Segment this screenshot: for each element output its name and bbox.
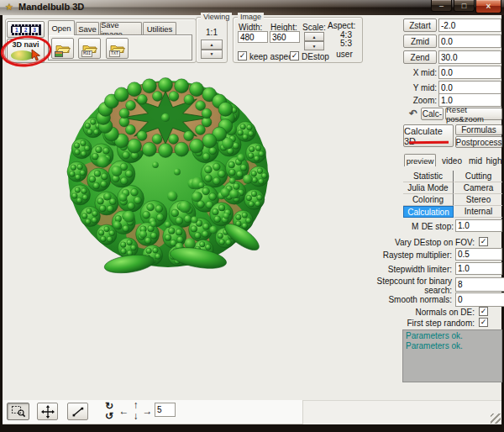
world-map-icon	[11, 50, 34, 61]
keep-aspect-checkbox[interactable]: ✓	[238, 51, 247, 61]
destop-checkbox[interactable]: ✓	[290, 51, 299, 61]
spin-up-icon[interactable]: ▲	[201, 40, 223, 50]
xmid-field[interactable]	[438, 66, 501, 79]
check-icon: ✓	[239, 52, 246, 60]
normals-on-de-checkbox[interactable]: ✓	[479, 307, 488, 316]
scale-spinner[interactable]: ▲ ▼	[304, 32, 324, 50]
open-text-button[interactable]: TXT	[106, 38, 129, 59]
check-icon: ✓	[480, 319, 487, 326]
stepwidth-field[interactable]	[455, 262, 502, 275]
stepwidth-field-wrap	[455, 262, 502, 275]
pan-left-icon[interactable]: ←	[118, 405, 129, 416]
tab-julia-mode[interactable]: Julia Mode	[403, 182, 454, 194]
minimize-button[interactable]: –	[431, 0, 452, 12]
calc-button[interactable]: Calc-	[421, 108, 444, 120]
spin-up-icon[interactable]: ▲	[304, 32, 324, 41]
tab-save-image[interactable]: Save image	[100, 22, 142, 35]
check-icon: ✓	[480, 308, 487, 315]
tab-video[interactable]: video	[439, 156, 465, 166]
tab-stereo[interactable]: Stereo	[454, 194, 502, 206]
smooth-normals-field[interactable]	[455, 292, 504, 307]
viewing-group: Viewing 1:1 ▲ ▼	[196, 17, 228, 63]
zend-field[interactable]	[438, 50, 501, 64]
tab-save[interactable]: Save	[76, 22, 99, 35]
stepcount-field[interactable]	[455, 277, 504, 292]
aspect-5-3[interactable]: 5:3	[333, 39, 360, 48]
film-frame-2: 2	[22, 27, 29, 33]
tab-internal[interactable]: Internal	[454, 206, 502, 218]
de-stop-field[interactable]	[455, 219, 502, 232]
pan-up-icon[interactable]: ↑	[130, 399, 141, 410]
first-step-random-checkbox[interactable]: ✓	[479, 318, 488, 327]
3d-navi-label: 3D navi	[12, 40, 39, 49]
tab-calculation[interactable]: Calculation	[403, 206, 454, 218]
status-line: Parameters ok.	[406, 341, 499, 351]
pan-down-icon[interactable]: ↓	[130, 410, 141, 421]
tab-high[interactable]: high	[486, 156, 502, 166]
tab-cutting[interactable]: Cutting	[454, 171, 502, 182]
height-field-wrap	[270, 31, 300, 43]
zend-button[interactable]: Zend	[403, 50, 437, 64]
zend-field-wrap	[438, 50, 501, 64]
rotate-ccw-icon[interactable]: ↺	[103, 410, 115, 421]
step-field[interactable]	[155, 403, 176, 417]
tab-preview[interactable]: preview	[404, 154, 436, 166]
zmid-button[interactable]: Zmid	[403, 34, 437, 48]
close-button[interactable]: ×	[475, 0, 501, 13]
film-frame-3: 3	[31, 27, 39, 33]
width-field[interactable]	[238, 31, 268, 43]
image-group-label: Image	[238, 13, 264, 21]
mandelbulb-fractal-image	[3, 64, 298, 285]
tab-stereo-label: Stereo	[466, 195, 491, 204]
ymid-label: Y mid:	[400, 83, 437, 92]
select-zoom-tool-button[interactable]	[7, 403, 29, 420]
open-parameter-file-button[interactable]	[51, 38, 74, 59]
spin-down-icon[interactable]: ▼	[304, 41, 324, 50]
tab-camera[interactable]: Camera	[454, 182, 502, 194]
aspect-user[interactable]: user	[331, 50, 358, 59]
open-m3i-button[interactable]: M3I	[78, 38, 101, 59]
normals-on-de-label: Normals on DE:	[382, 308, 475, 317]
formulas-button[interactable]: Formulas	[455, 124, 502, 135]
tab-internal-label: Internal	[465, 207, 492, 216]
tab-utilities[interactable]: Utilities	[143, 22, 176, 35]
reset-pos-zoom-button[interactable]: Reset pos&zoom	[445, 108, 502, 120]
vary-destop-checkbox[interactable]: ✓	[479, 237, 488, 246]
ymid-field[interactable]	[438, 81, 501, 94]
check-icon: ✓	[291, 52, 298, 60]
tab-mid[interactable]: mid	[466, 156, 485, 166]
postprocess-button[interactable]: Postprocess	[455, 136, 502, 148]
spin-down-icon[interactable]: ▼	[201, 50, 223, 60]
calc-button-label: Calc-	[423, 109, 442, 119]
viewing-group-label: Viewing	[201, 13, 232, 21]
animation-button[interactable]: 1 2 3	[7, 21, 45, 38]
zmid-field[interactable]	[438, 34, 501, 48]
zstart-field-wrap	[438, 18, 501, 32]
maximize-button[interactable]: □	[454, 0, 475, 12]
tab-statistic[interactable]: Statistic	[403, 171, 454, 182]
raystep-field[interactable]	[455, 248, 502, 261]
tab-coloring-label: Coloring	[412, 195, 444, 204]
zmid-field-wrap	[438, 34, 501, 48]
height-field[interactable]	[270, 31, 300, 43]
minimize-icon: –	[439, 2, 444, 10]
move-cross-icon	[41, 405, 55, 419]
tab-preview-label: preview	[407, 156, 434, 166]
scale-label: Scale:	[302, 23, 326, 32]
resize-grip[interactable]	[491, 414, 501, 424]
tab-coloring[interactable]: Coloring	[403, 194, 454, 206]
tab-open[interactable]: Open	[48, 20, 75, 35]
slope-tool-button[interactable]	[67, 403, 88, 420]
pan-right-icon[interactable]: →	[142, 405, 153, 416]
3d-navi-button[interactable]: 3D navi	[7, 39, 45, 63]
zstart-button[interactable]: Zstart	[403, 18, 437, 32]
calculate-3d-button[interactable]: Calculate 3D	[403, 124, 454, 147]
app-window: ★ Mandelbulb 3D – □ × 1 2 3 3D navi	[0, 0, 504, 432]
stepcount-spinedit: ▲ ▼	[455, 277, 502, 292]
zend-label: Zend	[411, 53, 430, 62]
viewing-spinner[interactable]: ▲ ▼	[201, 40, 223, 59]
render-viewport[interactable]	[3, 64, 298, 285]
zstart-field[interactable]	[438, 18, 501, 32]
move-tool-button[interactable]	[37, 403, 58, 420]
undo-icon[interactable]: ↶	[407, 108, 419, 119]
